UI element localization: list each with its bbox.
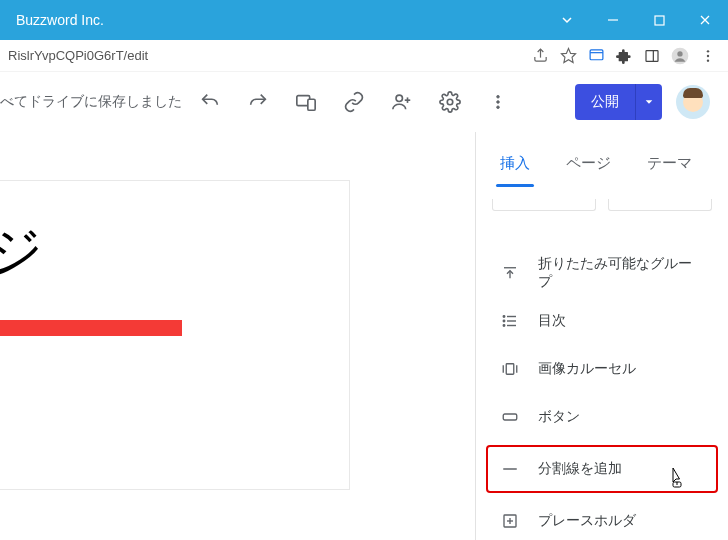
more-button[interactable] (476, 82, 520, 122)
insert-item-label: 画像カルーセル (538, 360, 636, 378)
insert-collapsible-group[interactable]: 折りたたみ可能なグループ (488, 249, 716, 297)
canvas-area[interactable]: ジ (0, 132, 476, 540)
insert-toc[interactable]: 目次 (488, 297, 716, 345)
svg-point-18 (497, 95, 500, 98)
publish-button[interactable]: 公開 (575, 84, 636, 120)
tab-insert[interactable]: 挿入 (494, 154, 536, 187)
chip-placeholder-2[interactable] (608, 199, 712, 211)
window-close[interactable] (682, 0, 728, 40)
profile-icon[interactable] (666, 42, 694, 70)
side-panel: 挿入 ページ テーマ 折りたたみ可能なグループ 目次 (476, 132, 728, 540)
insert-carousel[interactable]: 画像カルーセル (488, 345, 716, 393)
publish-label: 公開 (591, 93, 619, 111)
window-minimize[interactable] (590, 0, 636, 40)
tablet-icon[interactable] (582, 42, 610, 70)
svg-point-20 (497, 105, 500, 108)
insert-item-label: プレースホルダ (538, 512, 636, 530)
svg-point-19 (497, 100, 500, 103)
insert-list: 折りたたみ可能なグループ 目次 画像カルーセル ボタン (476, 211, 728, 540)
svg-point-14 (396, 95, 402, 101)
window-maximize[interactable] (636, 0, 682, 40)
insert-button[interactable]: ボタン (488, 393, 716, 441)
button-icon (500, 407, 520, 427)
insert-item-label: 折りたたみ可能なグループ (538, 255, 704, 291)
url-text[interactable]: RislrYvpCQPi0G6rT/edit (8, 48, 526, 63)
window-dropdown[interactable] (544, 0, 590, 40)
svg-rect-13 (308, 99, 315, 110)
svg-point-26 (503, 320, 505, 322)
save-status: べてドライブに保存しました (0, 93, 186, 111)
carousel-icon (500, 359, 520, 379)
publish-group: 公開 (575, 84, 662, 120)
svg-point-10 (707, 54, 709, 56)
red-block[interactable] (0, 320, 182, 336)
window-titlebar: Buzzword Inc. (0, 0, 728, 40)
collapse-icon (500, 263, 520, 283)
insert-item-label: ボタン (538, 408, 580, 426)
account-avatar[interactable] (676, 85, 710, 119)
page-heading[interactable]: ジ (0, 215, 349, 288)
tab-page[interactable]: ページ (560, 154, 617, 187)
app-toolbar: べてドライブに保存しました 公開 (0, 72, 728, 132)
svg-point-25 (503, 316, 505, 318)
svg-point-27 (503, 325, 505, 327)
chrome-menu-icon[interactable] (694, 42, 722, 70)
svg-point-8 (677, 51, 682, 56)
share-icon[interactable] (526, 42, 554, 70)
undo-button[interactable] (188, 82, 232, 122)
divider-icon (500, 459, 520, 479)
svg-rect-31 (503, 414, 517, 420)
insert-divider[interactable]: 分割線を追加 (486, 445, 718, 493)
svg-rect-1 (655, 16, 664, 25)
publish-dropdown[interactable] (636, 84, 662, 120)
insert-item-label: 分割線を追加 (538, 460, 622, 478)
redo-button[interactable] (236, 82, 280, 122)
svg-rect-5 (646, 50, 658, 61)
svg-rect-3 (590, 50, 603, 60)
link-button[interactable] (332, 82, 376, 122)
svg-marker-2 (561, 48, 575, 62)
side-tabs: 挿入 ページ テーマ (476, 154, 728, 187)
insert-placeholder[interactable]: プレースホルダ (488, 497, 716, 540)
device-preview-button[interactable] (284, 82, 328, 122)
window-title: Buzzword Inc. (16, 12, 544, 28)
svg-point-11 (707, 59, 709, 61)
tab-theme[interactable]: テーマ (641, 154, 698, 187)
svg-point-9 (707, 50, 709, 52)
sidepanel-icon[interactable] (638, 42, 666, 70)
chip-placeholder-1[interactable] (492, 199, 596, 211)
list-icon (500, 311, 520, 331)
placeholder-icon (500, 511, 520, 531)
svg-rect-28 (506, 364, 514, 375)
top-chips (476, 187, 728, 211)
insert-item-label: 目次 (538, 312, 566, 330)
star-icon[interactable] (554, 42, 582, 70)
settings-button[interactable] (428, 82, 472, 122)
share-person-button[interactable] (380, 82, 424, 122)
svg-point-17 (447, 99, 453, 105)
address-bar: RislrYvpCQPi0G6rT/edit (0, 40, 728, 72)
extensions-icon[interactable] (610, 42, 638, 70)
page-frame[interactable]: ジ (0, 180, 350, 490)
